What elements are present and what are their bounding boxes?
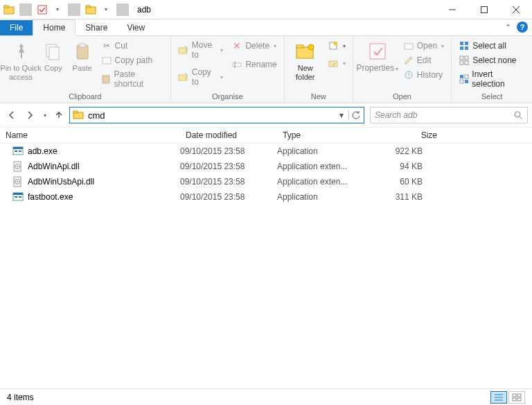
tab-share[interactable]: Share: [76, 20, 117, 35]
search-icon[interactable]: [513, 110, 523, 120]
header-name[interactable]: Name: [0, 128, 180, 143]
copy-icon: [42, 40, 64, 62]
cut-button[interactable]: ✂Cut: [98, 39, 166, 53]
paste-shortcut-button[interactable]: Paste shortcut: [98, 68, 166, 90]
copy-path-button[interactable]: Copy path: [98, 53, 166, 67]
open-button[interactable]: Open▾: [400, 39, 447, 53]
svg-line-44: [520, 117, 522, 119]
edit-button[interactable]: Edit: [400, 53, 447, 67]
file-date: 09/10/2015 23:58: [180, 177, 277, 187]
header-type[interactable]: Type: [277, 128, 374, 143]
exe-icon: [12, 146, 24, 157]
copy-to-button[interactable]: Copy to▾: [175, 62, 227, 88]
pin-icon: [10, 40, 32, 62]
group-label: Open: [357, 91, 447, 103]
file-row[interactable]: AdbWinApi.dll09/10/2015 23:58Application…: [0, 159, 532, 174]
svg-rect-18: [233, 63, 241, 67]
tab-home[interactable]: Home: [33, 19, 76, 36]
scissors-icon: ✂: [101, 40, 112, 51]
svg-point-43: [515, 112, 520, 117]
separator: [68, 3, 80, 16]
svg-rect-57: [15, 196, 17, 198]
move-to-icon: [178, 44, 189, 55]
dll-icon: [12, 161, 24, 172]
group-clipboard: Pin to Quick access Copy Paste ✂Cut Copy…: [0, 36, 171, 103]
search-box[interactable]: [370, 107, 528, 123]
header-size[interactable]: Size: [374, 128, 443, 143]
qat-dropdown-icon[interactable]: ▾: [100, 3, 112, 16]
invert-selection-button[interactable]: Invert selection: [456, 68, 528, 90]
rename-button[interactable]: Rename: [229, 53, 279, 71]
svg-rect-1: [4, 6, 8, 8]
close-button[interactable]: [500, 0, 532, 19]
exe-icon: [12, 191, 24, 203]
svg-rect-36: [465, 61, 468, 64]
up-button[interactable]: [51, 107, 66, 123]
group-label: Organise: [175, 91, 280, 103]
delete-button[interactable]: ✕Delete▾: [229, 39, 279, 53]
qat-dropdown-icon[interactable]: ▾: [51, 3, 64, 16]
paste-icon: [71, 40, 94, 62]
file-date: 09/10/2015 23:58: [180, 146, 277, 156]
new-item-button[interactable]: ▾: [325, 39, 348, 53]
svg-point-24: [333, 42, 337, 46]
collapse-ribbon-icon[interactable]: ⌃: [505, 23, 511, 32]
history-button[interactable]: History: [400, 68, 447, 82]
move-to-button[interactable]: Move to▾: [175, 39, 227, 61]
details-view-button[interactable]: [490, 391, 507, 404]
svg-rect-46: [13, 147, 23, 149]
file-type: Application exten...: [277, 162, 374, 171]
group-label: New: [289, 91, 348, 103]
properties-button[interactable]: Properties▾: [357, 39, 398, 75]
svg-rect-4: [86, 6, 90, 8]
group-open: Properties▾ Open▾ Edit History Open: [353, 36, 452, 103]
select-all-button[interactable]: Select all: [456, 39, 528, 53]
file-date: 09/10/2015 23:58: [180, 192, 277, 202]
qat-properties-icon[interactable]: [36, 3, 48, 16]
file-row[interactable]: AdbWinUsbApi.dll09/10/2015 23:58Applicat…: [0, 174, 532, 189]
open-icon: [403, 40, 414, 51]
easy-access-button[interactable]: ▾: [325, 53, 348, 70]
new-folder-button[interactable]: New folder: [289, 39, 322, 83]
svg-rect-2: [38, 6, 46, 14]
dll-icon: [12, 176, 24, 187]
select-none-button[interactable]: Select none: [456, 53, 528, 67]
maximize-button[interactable]: [468, 0, 500, 19]
svg-rect-13: [80, 44, 85, 47]
svg-rect-47: [15, 150, 17, 152]
minimize-button[interactable]: [436, 0, 468, 19]
file-name: fastboot.exe: [28, 192, 73, 202]
address-input[interactable]: [87, 110, 335, 121]
svg-rect-25: [329, 61, 337, 67]
thumbnails-view-button[interactable]: [508, 391, 525, 404]
help-icon[interactable]: ?: [517, 21, 528, 33]
copy-button[interactable]: Copy: [40, 39, 66, 74]
forward-button[interactable]: [22, 107, 37, 123]
tab-view[interactable]: View: [117, 20, 154, 35]
svg-rect-48: [19, 150, 21, 152]
back-button[interactable]: [4, 107, 19, 123]
copy-path-icon: [101, 55, 112, 66]
search-input[interactable]: [375, 110, 513, 120]
svg-rect-29: [460, 42, 463, 45]
address-bar[interactable]: ▾: [69, 107, 364, 123]
folder-icon: [73, 109, 85, 121]
svg-point-54: [17, 181, 18, 182]
address-dropdown-icon[interactable]: ▾: [335, 110, 348, 120]
file-list: adb.exe09/10/2015 23:58Application922 KB…: [0, 144, 532, 205]
status-bar: 4 items: [0, 388, 532, 405]
header-date[interactable]: Date modified: [180, 128, 277, 143]
file-date: 09/10/2015 23:58: [180, 162, 277, 171]
delete-icon: ✕: [231, 40, 242, 51]
file-row[interactable]: fastboot.exe09/10/2015 23:58Application3…: [0, 189, 532, 205]
paste-button[interactable]: Paste: [69, 39, 96, 74]
svg-rect-15: [103, 76, 109, 83]
tab-file[interactable]: File: [0, 20, 33, 35]
quick-access-toolbar: ▾ ▾: [0, 3, 134, 16]
file-row[interactable]: adb.exe09/10/2015 23:58Application922 KB: [0, 144, 532, 159]
column-headers: Name Date modified Type Size: [0, 127, 532, 144]
recent-dropdown-icon[interactable]: ▾: [40, 107, 48, 123]
refresh-icon[interactable]: [348, 110, 362, 120]
pin-to-quick-access-button[interactable]: Pin to Quick access: [4, 39, 37, 83]
paste-shortcut-icon: [101, 74, 112, 85]
